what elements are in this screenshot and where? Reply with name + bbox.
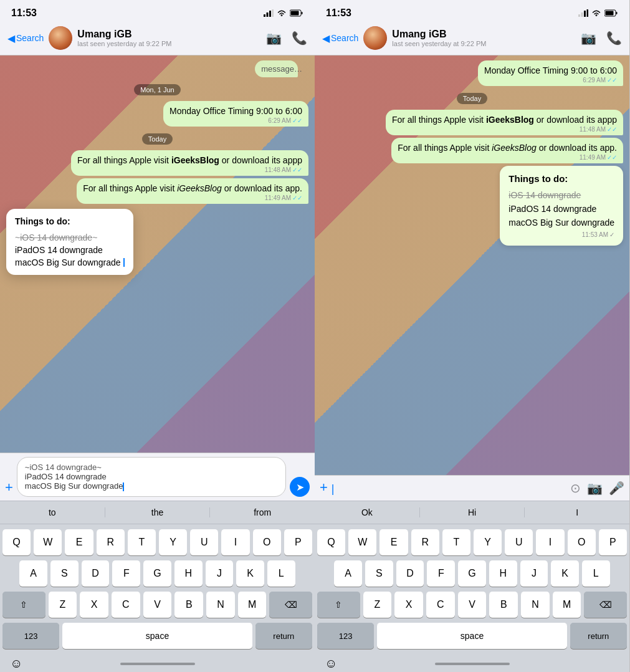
key-return-left[interactable]: return [255,623,312,649]
video-call-icon-left[interactable]: 📷 [266,31,282,46]
key-j-left[interactable]: J [206,560,234,587]
key-shift-right[interactable]: ⇧ [317,592,360,618]
input-area-left: + ~iOS 14 downgrade~ iPadOS 14 downgrade… [0,453,315,501]
key-l-right[interactable]: L [582,560,610,587]
key-m-left[interactable]: M [238,592,267,618]
emoji-icon-left[interactable]: ☺ [10,656,22,671]
battery-icon-right [604,9,618,17]
key-e-right[interactable]: E [379,529,408,555]
key-s-right[interactable]: S [365,560,393,587]
sticker-icon-right[interactable]: ⊙ [570,481,581,496]
key-u-right[interactable]: U [505,529,533,555]
key-k-left[interactable]: K [236,560,264,587]
camera-icon-right[interactable]: 📷 [587,481,603,496]
key-123-left[interactable]: 123 [2,623,59,649]
pred-word-1-left[interactable]: to [0,507,105,517]
key-m-right[interactable]: M [553,592,581,618]
key-f-left[interactable]: F [112,560,140,587]
key-n-left[interactable]: N [206,592,235,618]
key-x-right[interactable]: X [394,592,423,618]
key-w-right[interactable]: W [348,529,376,555]
message-input-left[interactable]: ~iOS 14 downgrade~ iPadOS 14 downgrade m… [17,457,286,497]
avatar-left[interactable] [49,26,72,50]
key-o-left[interactable]: O [253,529,281,555]
contact-info-right: Umang iGB last seen yesterday at 9:22 PM [392,29,576,47]
phone-icon-right[interactable]: 📞 [606,31,622,46]
key-p-left[interactable]: P [284,529,312,555]
key-space-right[interactable]: space [377,623,566,649]
key-d-left[interactable]: D [82,560,110,587]
add-attachment-right[interactable]: + [320,479,328,497]
key-z-right[interactable]: Z [363,592,392,618]
key-b-right[interactable]: B [489,592,518,618]
back-button-left[interactable]: ◀ Search [7,32,44,44]
key-p-right[interactable]: P [599,529,627,555]
key-t-left[interactable]: T [128,529,156,555]
key-q-right[interactable]: Q [317,529,345,555]
key-y-left[interactable]: Y [159,529,187,555]
key-h-left[interactable]: H [174,560,203,587]
pred-word-2-right[interactable]: Hi [420,507,525,517]
key-j-right[interactable]: J [520,560,548,587]
send-button-left[interactable]: ➤ [290,477,310,497]
key-h-right[interactable]: H [489,560,517,587]
right-phone-panel: 11:53 ◀ Search [315,0,629,672]
key-v-right[interactable]: V [458,592,487,618]
key-x-left[interactable]: X [80,592,108,618]
key-123-right[interactable]: 123 [317,623,374,649]
key-k-right[interactable]: K [551,560,579,587]
key-v-left[interactable]: V [143,592,172,618]
key-b-left[interactable]: B [174,592,203,618]
key-r-right[interactable]: R [411,529,439,555]
pred-word-3-left[interactable]: from [210,507,315,517]
key-z-left[interactable]: Z [49,592,77,618]
status-bar-left: 11:53 [0,0,315,24]
key-w-left[interactable]: W [34,529,62,555]
key-o-right[interactable]: O [568,529,596,555]
key-l-left[interactable]: L [267,560,295,587]
avatar-right[interactable] [363,26,387,50]
back-button-right[interactable]: ◀ Search [322,32,358,44]
message-popup-right: Things to do: iOS 14 downgrade iPadOS 14… [500,166,623,246]
key-n-right[interactable]: N [521,592,550,618]
chat-area-left: message… Mon, 1 Jun Monday Office Timing… [0,55,315,453]
add-attachment-left[interactable]: + [5,479,13,497]
key-g-right[interactable]: G [458,560,486,587]
msg-text: Monday Office Timing 9:00 to 6:00 [484,65,617,75]
message-popup-left: Things to do: ~iOS 14 downgrade~ iPadOS … [6,209,133,275]
phone-icon-left[interactable]: 📞 [292,31,307,46]
pred-word-3-right[interactable]: I [525,507,629,517]
emoji-icon-right[interactable]: ☺ [325,656,337,671]
key-c-left[interactable]: C [112,592,140,618]
key-e-left[interactable]: E [65,529,93,555]
status-bar-right: 11:53 [315,0,629,24]
pred-word-1-right[interactable]: Ok [315,507,420,517]
key-u-left[interactable]: U [190,529,218,555]
key-return-right[interactable]: return [570,623,627,649]
date-divider-mon-left: Mon, 1 Jun [6,84,308,95]
key-g-left[interactable]: G [143,560,171,587]
key-backspace-left[interactable]: ⌫ [269,592,312,618]
key-d-right[interactable]: D [396,560,424,587]
key-r-left[interactable]: R [97,529,125,555]
key-c-right[interactable]: C [426,592,455,618]
key-q-left[interactable]: Q [2,529,31,555]
pred-word-2-left[interactable]: the [105,507,211,517]
msg-text: Monday Office Timing 9:00 to 6:00 [169,106,302,116]
key-a-left[interactable]: A [19,560,47,587]
key-i-right[interactable]: I [536,529,564,555]
mic-icon-right[interactable]: 🎤 [609,481,624,496]
msg-igeeks-1-right: For all things Apple visit iGeeksBlog or… [386,110,623,135]
key-f-right[interactable]: F [427,560,455,587]
popup-title-right: Things to do: [508,173,614,184]
key-y-right[interactable]: Y [474,529,502,555]
key-shift-left[interactable]: ⇧ [2,592,45,618]
video-call-icon-right[interactable]: 📷 [581,31,596,46]
key-s-left[interactable]: S [50,560,79,587]
key-i-left[interactable]: I [221,529,249,555]
key-t-right[interactable]: T [442,529,470,555]
key-space-left[interactable]: space [62,623,252,649]
msg-igeeks-2-left: For all things Apple visit iGeeksBlog or… [77,178,308,204]
key-a-right[interactable]: A [334,560,362,587]
key-backspace-right[interactable]: ⌫ [584,592,627,618]
